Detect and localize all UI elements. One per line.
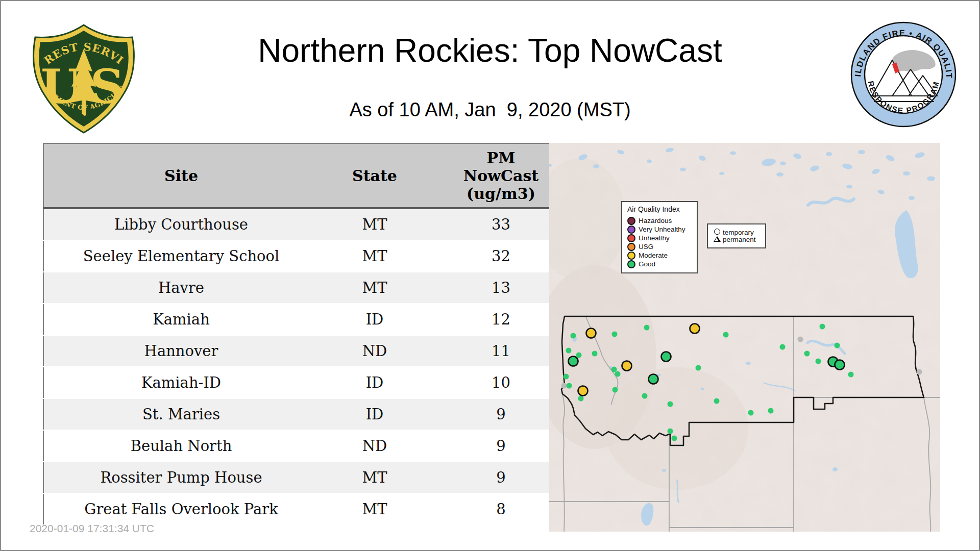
aqi-color-dot <box>627 217 635 225</box>
aqi-legend-item: Hazardous <box>627 216 693 225</box>
aqi-legend-label: USG <box>639 242 653 251</box>
monitor-marker <box>798 337 803 342</box>
table-cell: Beulah North <box>43 430 318 462</box>
monitor-marker <box>642 393 648 399</box>
monitor-marker <box>615 371 621 377</box>
table-cell: Great Falls Overlook Park <box>43 493 318 525</box>
monitor-marker <box>848 372 854 378</box>
monitor-marker <box>723 332 729 338</box>
monitor-marker <box>835 343 840 348</box>
aqi-legend-title: Air Quality Index <box>627 205 693 213</box>
monitor-marker <box>768 408 774 414</box>
monitor-marker <box>578 386 588 396</box>
table-cell: St. Maries <box>43 398 318 430</box>
monitor-marker <box>586 329 596 338</box>
monitor-marker <box>644 325 650 331</box>
monitor-marker <box>576 353 582 358</box>
aqi-color-dot <box>627 260 635 268</box>
aqi-legend-label: Hazardous <box>639 216 672 225</box>
table-row: Libby CourthouseMT33 <box>43 208 572 240</box>
monitor-marker <box>569 357 578 366</box>
table-row: Seeley Elementary SchoolMT32 <box>43 240 572 272</box>
table-row: HavreMT13 <box>43 272 572 304</box>
legend-item-permanent: permanent <box>713 236 762 243</box>
monitor-marker <box>714 398 720 404</box>
monitor-marker <box>672 436 677 441</box>
aqi-map: Air Quality Index HazardousVery Unhealth… <box>549 143 940 532</box>
temporary-circle-icon <box>713 229 721 236</box>
table-row: Beulah NorthND9 <box>43 430 572 462</box>
aqi-legend-item: USG <box>627 242 693 251</box>
aqi-color-dot <box>627 243 635 251</box>
table-header-row: SiteStatePM NowCast (ug/m3) <box>43 143 572 208</box>
table-row: Kamiah-IDID10 <box>43 367 572 398</box>
page-title: Northern Rockies: Top NowCast <box>1 32 979 69</box>
table-cell: ID <box>318 398 431 430</box>
monitor-marker <box>622 361 632 371</box>
table-row: Great Falls Overlook ParkMT8 <box>43 493 572 525</box>
monitor-marker <box>612 332 618 337</box>
monitor-marker <box>566 348 572 354</box>
table-row: Rossiter Pump HouseMT9 <box>43 462 572 493</box>
legend-item-temporary: temporary <box>713 229 762 236</box>
permanent-triangle-icon <box>713 236 721 243</box>
monitor-marker <box>567 383 572 389</box>
report-page: FOREST SERVICE U S DEPARTMENT OF AGRICUL… <box>0 0 980 551</box>
table-cell: MT <box>318 462 431 493</box>
monitor-marker <box>662 352 671 362</box>
monitor-marker <box>748 410 754 416</box>
map-canvas <box>549 143 940 532</box>
table-row: HannoverND11 <box>43 335 572 367</box>
monitor-marker <box>571 333 576 339</box>
table-cell: Kamiah <box>43 304 318 335</box>
monitor-marker <box>592 351 598 357</box>
monitor-marker <box>917 369 922 375</box>
column-header-state: State <box>318 143 431 208</box>
table-cell: Hannover <box>43 335 318 367</box>
aqi-color-dot <box>627 226 635 234</box>
aqi-legend-item: Moderate <box>627 251 693 260</box>
monitor-marker <box>668 429 673 434</box>
aqi-legend-item: Unhealthy <box>627 234 693 242</box>
table-cell: ND <box>318 430 431 462</box>
table-cell: MT <box>318 208 431 240</box>
monitor-marker <box>611 367 617 372</box>
monitor-marker <box>649 374 658 384</box>
aqi-legend-label: Good <box>639 260 655 268</box>
table-cell: Seeley Elementary School <box>43 240 318 272</box>
aqi-legend-label: Unhealthy <box>639 234 670 242</box>
aqi-legend-item: Very Unhealthy <box>627 225 693 234</box>
table-cell: MT <box>318 240 431 272</box>
monitor-marker <box>612 387 618 393</box>
legend-label: temporary <box>723 229 754 236</box>
aqi-legend: Air Quality Index HazardousVery Unhealth… <box>621 201 698 273</box>
aqi-legend-label: Moderate <box>639 251 668 260</box>
table-row: St. MariesID9 <box>43 398 572 430</box>
aqi-legend-label: Very Unhealthy <box>639 225 685 234</box>
aqi-color-dot <box>627 234 635 242</box>
monitor-marker <box>780 344 786 350</box>
table-cell: Rossiter Pump House <box>43 462 318 493</box>
legend-label: permanent <box>723 236 756 243</box>
table-row: KamiahID12 <box>43 304 572 335</box>
table-cell: ID <box>318 304 431 335</box>
table-cell: MT <box>318 272 431 304</box>
monitor-marker <box>804 351 810 357</box>
table-cell: Kamiah-ID <box>43 367 318 398</box>
monitor-marker <box>835 360 845 370</box>
generated-timestamp: 2020-01-09 17:31:34 UTC <box>30 522 154 535</box>
table-cell: MT <box>318 493 431 525</box>
monitor-marker <box>696 365 701 371</box>
table-cell: ID <box>318 367 431 398</box>
wildland-fire-air-quality-logo: WILDLAND FIRE • AIR QUALITY RESPONSE PRO… <box>847 17 960 132</box>
table-cell: Havre <box>43 272 318 304</box>
table-cell: ND <box>318 335 431 367</box>
monitor-marker <box>578 396 584 402</box>
monitor-type-legend: temporary permanent <box>707 223 766 248</box>
monitor-marker <box>564 374 569 380</box>
aqi-color-dot <box>627 252 635 260</box>
monitor-marker <box>668 402 673 407</box>
monitor-marker <box>690 324 700 334</box>
monitor-marker <box>820 324 825 330</box>
table-cell: Libby Courthouse <box>43 208 318 240</box>
